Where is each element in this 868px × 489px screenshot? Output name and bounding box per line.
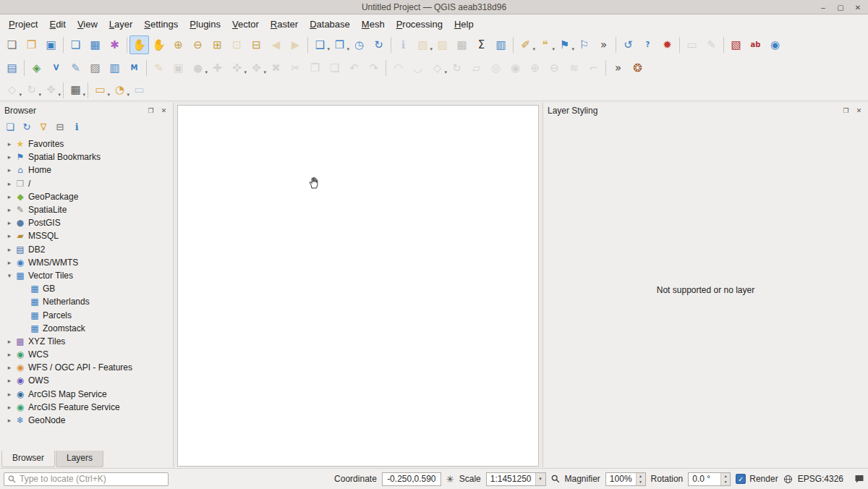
close-button[interactable]: ✕	[854, 4, 862, 12]
new-spatialite-layer-button[interactable]: ✎	[66, 59, 85, 77]
new-mesh-layer-button[interactable]: M	[124, 59, 144, 77]
zoom-to-layer-button[interactable]: ⊟	[247, 35, 266, 54]
zoom-out-button[interactable]: ⊖	[188, 35, 208, 54]
new-project-button[interactable]: ❏	[2, 35, 22, 54]
menu-item-database[interactable]: Database	[304, 17, 356, 32]
pan-to-selection-button[interactable]: ✋	[149, 35, 169, 54]
menu-item-help[interactable]: Help	[448, 17, 480, 32]
report-bug-button[interactable]: ✹	[658, 35, 677, 54]
tree-item-geopackage[interactable]: ▸◆GeoPackage	[0, 190, 173, 203]
new-map-view-button[interactable]: ❑▾	[310, 35, 330, 54]
rotate-point-symbols-button[interactable]: ↻▾	[22, 81, 41, 100]
zoom-in-button[interactable]: ⊕	[169, 35, 188, 54]
menu-item-vector[interactable]: Vector	[226, 17, 265, 32]
new-spatial-bookmark-button[interactable]: ⚑▾	[555, 35, 574, 54]
new-virtual-layer-button[interactable]: ▥	[105, 59, 124, 77]
expander-collapsed-icon[interactable]: ▸	[4, 193, 14, 200]
add-part-button[interactable]: ⊕	[525, 59, 545, 77]
layer-diagram-options-button[interactable]: ◔▾	[110, 81, 129, 100]
tree-item-[interactable]: ▸❒/	[0, 177, 173, 190]
tree-item-zoomstack[interactable]: ▦Zoomstack	[0, 322, 173, 335]
tree-item-arcgis-map-service[interactable]: ▸◉ArcGIS Map Service	[0, 388, 173, 401]
statistical-summary-button[interactable]: ▥	[491, 35, 511, 54]
close-panel-icon[interactable]: ✕	[159, 106, 169, 115]
new-temporary-scratch-layer-button[interactable]: ▨	[85, 59, 105, 77]
window-titlebar[interactable]: Untitled Project — QGIS aeab318d96 –▢✕	[0, 0, 868, 14]
add-ring-button[interactable]: ◎	[486, 59, 506, 77]
copy-style-button[interactable]: ◇▾	[2, 81, 22, 100]
tree-item-ows[interactable]: ▸◉OWS	[0, 374, 173, 387]
toolbar-extension-button[interactable]: »	[594, 35, 613, 54]
menu-item-project[interactable]: Project	[3, 17, 43, 32]
coordinate-input[interactable]	[382, 472, 441, 486]
minimize-button[interactable]: –	[819, 4, 827, 12]
check-spelling-button[interactable]: ab	[746, 35, 765, 54]
vertex-tool-button[interactable]: ✜▾	[227, 59, 247, 77]
filter-browser-button[interactable]: ∇	[35, 119, 51, 135]
merge-selected-features-button[interactable]: ◇▾	[427, 59, 447, 77]
toggle-editing-button[interactable]: ✎	[149, 59, 169, 77]
expander-collapsed-icon[interactable]: ▸	[4, 232, 14, 239]
tree-item-gb[interactable]: ▦GB	[0, 282, 173, 295]
new-geopackage-layer-button[interactable]: ◈	[27, 59, 46, 77]
fill-ring-button[interactable]: ◉	[506, 59, 525, 77]
metasearch-button[interactable]: ◉	[765, 35, 785, 54]
tree-item-arcgis-feature-service[interactable]: ▸◉ArcGIS Feature Service	[0, 401, 173, 414]
topology-checker-button[interactable]: ▧	[726, 35, 746, 54]
grass-tools-button[interactable]: ❂	[628, 59, 647, 77]
spin-up-icon[interactable]: ▲	[721, 473, 730, 480]
spin-up-icon[interactable]: ▲	[637, 473, 645, 480]
pin-unpin-labels-button[interactable]: ▭	[129, 81, 149, 100]
render-checkbox[interactable]: ✓	[736, 474, 746, 484]
crs-globe-icon[interactable]	[783, 475, 793, 484]
expander-collapsed-icon[interactable]: ▸	[4, 246, 14, 253]
offset-point-symbols-button[interactable]: ✥▾	[41, 81, 61, 100]
menu-item-mesh[interactable]: Mesh	[356, 17, 391, 32]
show-layout-manager-button[interactable]: ▦	[85, 35, 105, 54]
expander-collapsed-icon[interactable]: ▸	[4, 259, 14, 266]
new-3d-map-view-button[interactable]: ❒▾	[330, 35, 349, 54]
tree-item-vector-tiles[interactable]: ▾▦Vector Tiles	[0, 269, 173, 282]
copy-features-button[interactable]: ❐	[305, 59, 325, 77]
tree-item-postgis[interactable]: ▸●PostGIS	[0, 216, 173, 229]
expander-collapsed-icon[interactable]: ▸	[4, 180, 14, 187]
show-spatial-bookmarks-button[interactable]: ⚐	[574, 35, 594, 54]
move-feature-button[interactable]: ✥▾	[247, 59, 266, 77]
enable-properties-widget-button[interactable]: ℹ	[69, 119, 85, 135]
pan-map-button[interactable]: ✋	[129, 35, 149, 54]
measure-button[interactable]: ✐▾	[516, 35, 535, 54]
messages-icon[interactable]	[854, 475, 864, 484]
delete-part-button[interactable]: ⊖	[545, 59, 564, 77]
tree-item-mssql[interactable]: ▸▰MSSQL	[0, 229, 173, 242]
expander-collapsed-icon[interactable]: ▸	[4, 351, 14, 358]
zoom-to-selection-button[interactable]: ⊡	[227, 35, 247, 54]
menu-item-processing[interactable]: Processing	[391, 17, 448, 32]
tree-item-wms-wmts[interactable]: ▸◉WMS/WMTS	[0, 256, 173, 269]
new-shapefile-layer-button[interactable]: V	[46, 59, 66, 77]
spin-down-icon[interactable]: ▼	[637, 479, 645, 485]
save-layer-edits-button[interactable]: ▣	[169, 59, 188, 77]
expander-collapsed-icon[interactable]: ▸	[4, 338, 14, 345]
tree-item-spatialite[interactable]: ▸✎SpatiaLite	[0, 203, 173, 216]
expander-collapsed-icon[interactable]: ▸	[4, 140, 14, 148]
tree-item-wcs[interactable]: ▸◉WCS	[0, 348, 173, 361]
open-attribute-table-button[interactable]: ▦	[452, 35, 472, 54]
deselect-features-button[interactable]: ▨	[433, 35, 452, 54]
rotate-feature-button[interactable]: ↻	[447, 59, 467, 77]
tree-item-geonode[interactable]: ▸❄GeoNode	[0, 414, 173, 427]
tree-item-db2[interactable]: ▸▤DB2	[0, 243, 173, 256]
open-data-source-manager-button[interactable]: ▤	[2, 59, 22, 77]
float-panel-icon[interactable]: ❐	[841, 106, 851, 115]
simplify-feature-button[interactable]: ▱	[467, 59, 486, 77]
undo-button[interactable]: ↶	[344, 59, 364, 77]
collapse-all-button[interactable]: ⊟	[52, 119, 68, 135]
menu-item-edit[interactable]: Edit	[43, 17, 71, 32]
refresh-browser-button[interactable]: ↻	[19, 119, 35, 135]
panel-tab-layers[interactable]: Layers	[56, 451, 103, 467]
annotation-tools-button[interactable]: ▭	[682, 35, 702, 54]
add-selected-layers-button[interactable]: ❏	[2, 119, 18, 135]
expander-collapsed-icon[interactable]: ▸	[4, 417, 14, 424]
digitize-with-segment-button[interactable]: ●▾	[188, 59, 208, 77]
split-features-button[interactable]: ◡	[408, 59, 427, 77]
layer-labeling-options-button[interactable]: ▭▾	[90, 81, 110, 100]
